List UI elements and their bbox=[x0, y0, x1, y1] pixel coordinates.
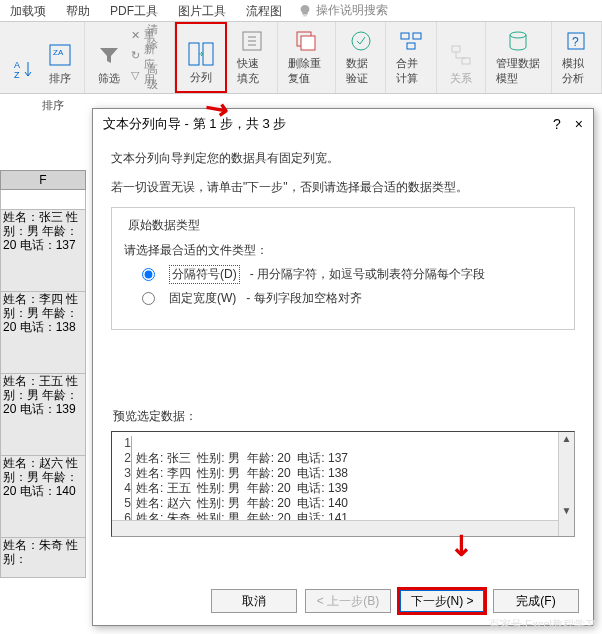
relations-icon bbox=[447, 41, 475, 69]
flash-fill-button[interactable]: 快速填充 bbox=[233, 26, 270, 88]
svg-rect-10 bbox=[401, 33, 409, 39]
column-header-F[interactable]: F bbox=[0, 170, 86, 190]
whatif-button[interactable]: ?模拟分析 bbox=[558, 26, 595, 88]
cell-row-3[interactable]: 姓名：李四 性别：男 年龄：20 电话：138 bbox=[0, 292, 86, 374]
data-valid-icon bbox=[347, 28, 375, 54]
sort-icon: ZA bbox=[46, 41, 74, 69]
radio-delimited-input[interactable] bbox=[142, 268, 155, 281]
text-wizard-dialog: 文本分列向导 - 第 1 步，共 3 步 ? × 文本分列向导判定您的数据具有固… bbox=[92, 108, 594, 626]
svg-rect-11 bbox=[413, 33, 421, 39]
svg-rect-4 bbox=[189, 43, 199, 65]
radio-fixed-width[interactable]: 固定宽度(W) - 每列字段加空格对齐 bbox=[142, 290, 562, 307]
data-model-icon bbox=[504, 28, 532, 54]
tab-image[interactable]: 图片工具 bbox=[168, 0, 236, 21]
filter-button[interactable]: 筛选 bbox=[91, 26, 127, 88]
tab-help[interactable]: 帮助 bbox=[56, 0, 100, 21]
cancel-button[interactable]: 取消 bbox=[211, 589, 297, 613]
radio-delimited[interactable]: 分隔符号(D) - 用分隔字符，如逗号或制表符分隔每个字段 bbox=[142, 265, 562, 284]
sort-az-icon: AZ bbox=[10, 56, 38, 84]
svg-rect-14 bbox=[462, 58, 470, 64]
scroll-down-icon[interactable]: ▼ bbox=[559, 504, 574, 520]
dialog-intro-1: 文本分列向导判定您的数据具有固定列宽。 bbox=[111, 149, 575, 168]
filter-icon bbox=[95, 41, 123, 69]
tab-flowchart[interactable]: 流程图 bbox=[236, 0, 292, 21]
sort-button[interactable]: ZA 排序 bbox=[42, 26, 78, 88]
svg-text:?: ? bbox=[572, 35, 579, 49]
advanced-button[interactable]: ▽高级 bbox=[127, 68, 168, 86]
watermark: 百家号·Excel教程学习 bbox=[489, 617, 596, 632]
back-button: < 上一步(B) bbox=[305, 589, 391, 613]
dialog-title: 文本分列向导 - 第 1 步，共 3 步 bbox=[103, 115, 286, 133]
scroll-up-icon[interactable]: ▲ bbox=[559, 432, 574, 448]
advanced-icon: ▽ bbox=[131, 69, 143, 85]
close-icon[interactable]: × bbox=[575, 116, 583, 132]
svg-point-9 bbox=[352, 32, 370, 50]
svg-text:Z: Z bbox=[14, 70, 20, 80]
preview-scrollbar-h[interactable] bbox=[112, 520, 558, 536]
clear-icon: ✕ bbox=[131, 29, 143, 45]
dialog-titlebar: 文本分列向导 - 第 1 步，共 3 步 ? × bbox=[93, 109, 593, 139]
next-button[interactable]: 下一步(N) > bbox=[399, 589, 485, 613]
tab-pdf[interactable]: PDF工具 bbox=[100, 0, 168, 21]
cell-blank[interactable] bbox=[0, 190, 86, 210]
whatif-icon: ? bbox=[562, 28, 590, 54]
preview-scrollbar-v[interactable]: ▲▼ bbox=[558, 432, 574, 536]
help-icon[interactable]: ? bbox=[553, 116, 561, 132]
cell-row-2[interactable]: 姓名：张三 性别：男 年龄：20 电话：137 bbox=[0, 210, 86, 292]
remove-duplicates-button[interactable]: 删除重复值 bbox=[284, 26, 329, 88]
text-to-columns-icon bbox=[187, 40, 215, 68]
svg-rect-5 bbox=[203, 43, 213, 65]
worksheet-column: F 姓名：张三 性别：男 年龄：20 电话：137 姓名：李四 性别：男 年龄：… bbox=[0, 94, 86, 578]
choose-label: 请选择最合适的文件类型： bbox=[124, 242, 562, 259]
finish-button[interactable]: 完成(F) bbox=[493, 589, 579, 613]
preview-box: 1 2姓名: 张三 性别: 男 年龄: 20 电话: 137 3姓名: 李四 性… bbox=[111, 431, 575, 537]
data-validation-button[interactable]: 数据验证 bbox=[342, 26, 379, 88]
svg-text:ZA: ZA bbox=[53, 48, 64, 57]
tab-addins[interactable]: 加载项 bbox=[0, 0, 56, 21]
cell-row-6[interactable]: 姓名：朱奇 性别： bbox=[0, 538, 86, 578]
svg-text:A: A bbox=[14, 60, 20, 70]
original-data-type-group: 原始数据类型 请选择最合适的文件类型： 分隔符号(D) - 用分隔字符，如逗号或… bbox=[111, 207, 575, 330]
relationships-button: 关系 bbox=[443, 26, 479, 88]
ribbon-toolbar: AZ ZA 排序 筛选 ✕清除 ↻重新应用 ▽高级 分列 快速填充 删除重 bbox=[0, 22, 602, 94]
sort-az-button[interactable]: AZ bbox=[6, 26, 42, 88]
tell-me-search[interactable]: 操作说明搜索 bbox=[292, 0, 394, 21]
reapply-icon: ↻ bbox=[131, 49, 140, 65]
lightbulb-icon bbox=[298, 4, 312, 18]
svg-rect-8 bbox=[301, 36, 315, 50]
flash-fill-icon bbox=[238, 28, 266, 54]
cell-row-5[interactable]: 姓名：赵六 性别：男 年龄：20 电话：140 bbox=[0, 456, 86, 538]
remove-dup-icon bbox=[292, 28, 320, 54]
ribbon-tabs: 加载项 帮助 PDF工具 图片工具 流程图 操作说明搜索 bbox=[0, 0, 602, 22]
preview-label: 预览选定数据： bbox=[113, 408, 575, 425]
cell-row-4[interactable]: 姓名：王五 性别：男 年龄：20 电话：139 bbox=[0, 374, 86, 456]
radio-fixed-input[interactable] bbox=[142, 292, 155, 305]
data-model-button[interactable]: 管理数据模型 bbox=[492, 26, 545, 88]
consolidate-icon bbox=[397, 28, 425, 54]
dialog-intro-2: 若一切设置无误，请单击"下一步"，否则请选择最合适的数据类型。 bbox=[111, 178, 575, 197]
svg-rect-12 bbox=[407, 43, 415, 49]
fieldset-legend: 原始数据类型 bbox=[124, 217, 204, 234]
consolidate-button[interactable]: 合并计算 bbox=[392, 26, 429, 88]
text-to-columns-button[interactable]: 分列 bbox=[175, 22, 227, 93]
svg-rect-13 bbox=[452, 46, 460, 52]
